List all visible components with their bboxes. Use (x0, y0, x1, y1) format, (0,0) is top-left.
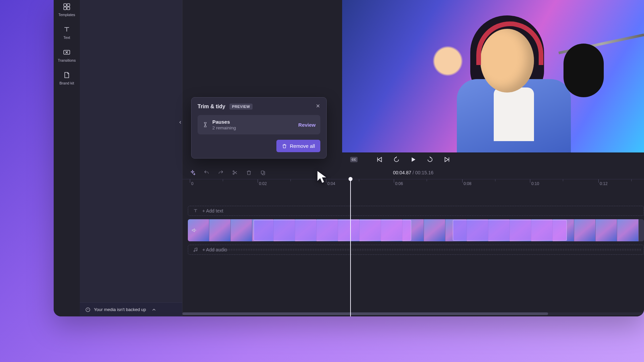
text-track-icon (193, 208, 198, 214)
preview-area: Trim & tidy PREVIEW Pauses 2 remaining R… (182, 0, 644, 153)
trash-small-icon (246, 170, 252, 176)
remove-all-button[interactable]: Remove all (276, 140, 320, 152)
closed-captions-toggle[interactable]: CC (350, 157, 358, 162)
svg-point-6 (233, 171, 234, 172)
backup-notice-text: Your media isn't backed up (94, 307, 146, 312)
backup-notice-bar[interactable]: Your media isn't backed up (80, 302, 182, 316)
popover-close-button[interactable] (314, 102, 322, 110)
review-link[interactable]: Review (298, 122, 316, 128)
prev-clip-button[interactable] (375, 155, 384, 164)
rail-brand-kit[interactable]: Brand kit (59, 71, 74, 85)
forward-button[interactable] (426, 155, 434, 164)
preview-badge: PREVIEW (229, 104, 253, 110)
text-icon (63, 25, 71, 34)
rail-transitions-label: Transitions (58, 58, 75, 62)
rail-brand-kit-label: Brand kit (59, 81, 74, 85)
mouse-cursor-graphic (315, 169, 331, 185)
timeline-ruler[interactable]: 0 0:02 0:04 0:06 0:08 0:10 0:12 (182, 179, 644, 189)
svg-rect-1 (67, 4, 70, 6)
close-icon (315, 103, 321, 109)
rewind-button[interactable] (392, 155, 401, 164)
hourglass-icon (202, 122, 208, 128)
svg-rect-0 (64, 4, 66, 6)
chevron-up-icon (151, 307, 157, 312)
editor-stage: Trim & tidy PREVIEW Pauses 2 remaining R… (182, 0, 644, 316)
remove-all-label: Remove all (290, 143, 315, 149)
trim-and-tidy-popover: Trim & tidy PREVIEW Pauses 2 remaining R… (191, 97, 327, 159)
pause-segment-2[interactable] (453, 220, 567, 241)
rail-text[interactable]: Text (63, 25, 71, 40)
play-button[interactable] (409, 155, 418, 164)
transitions-icon (63, 48, 71, 56)
text-track-placeholder[interactable]: + Add text (188, 206, 644, 216)
video-preview[interactable] (342, 0, 644, 153)
pauses-remaining: 2 remaining (212, 125, 294, 130)
pauses-title: Pauses (212, 119, 294, 125)
rail-templates-label: Templates (58, 13, 75, 17)
brand-kit-icon (63, 71, 71, 79)
rail-text-label: Text (63, 36, 70, 40)
templates-icon (63, 3, 71, 11)
undo-icon (204, 170, 210, 176)
svg-rect-8 (261, 171, 264, 174)
music-note-icon (193, 247, 198, 252)
time-total: 00:15.16 (415, 170, 434, 175)
scissors-icon (232, 170, 238, 176)
next-clip-button[interactable] (442, 155, 451, 164)
svg-rect-3 (67, 7, 70, 10)
timeline-toolbar: 00:04.87 / 00:15.16 (182, 166, 644, 179)
video-track[interactable] (188, 219, 644, 241)
audio-track-placeholder[interactable]: + Add audio (188, 245, 644, 255)
app-shell: Templates Text Transitions Brand kit You… (54, 0, 644, 316)
time-current: 00:04.87 (393, 170, 412, 175)
pauses-card[interactable]: Pauses 2 remaining Review (198, 115, 320, 134)
timeline-scrollbar-thumb[interactable] (182, 312, 548, 315)
add-text-label: + Add text (202, 208, 223, 214)
sparkle-icon (190, 170, 196, 176)
timeline-scrollbar[interactable] (182, 312, 644, 315)
trash-icon (282, 143, 287, 149)
pause-segment-1[interactable] (254, 220, 411, 241)
playhead[interactable] (350, 179, 351, 316)
speaker-icon (191, 227, 197, 233)
popover-title: Trim & tidy (198, 104, 225, 110)
ai-sparkle-button[interactable] (189, 169, 196, 176)
warning-icon (85, 307, 91, 312)
undo-button[interactable] (203, 169, 210, 176)
svg-rect-2 (64, 7, 66, 10)
left-tool-rail: Templates Text Transitions Brand kit (54, 0, 80, 316)
waveform-preview (204, 247, 641, 252)
delete-button[interactable] (246, 169, 252, 176)
track-mute-button[interactable] (191, 227, 197, 233)
duplicate-button[interactable] (260, 169, 266, 176)
split-button[interactable] (231, 169, 238, 176)
redo-button[interactable] (217, 169, 224, 176)
svg-point-7 (233, 173, 234, 175)
duplicate-icon (260, 170, 266, 176)
redo-icon (218, 170, 224, 176)
timeline-tracks[interactable]: + Add text (182, 189, 644, 316)
rail-transitions[interactable]: Transitions (58, 48, 75, 62)
media-side-panel: Your media isn't backed up (80, 0, 182, 316)
rail-templates[interactable]: Templates (58, 3, 75, 17)
